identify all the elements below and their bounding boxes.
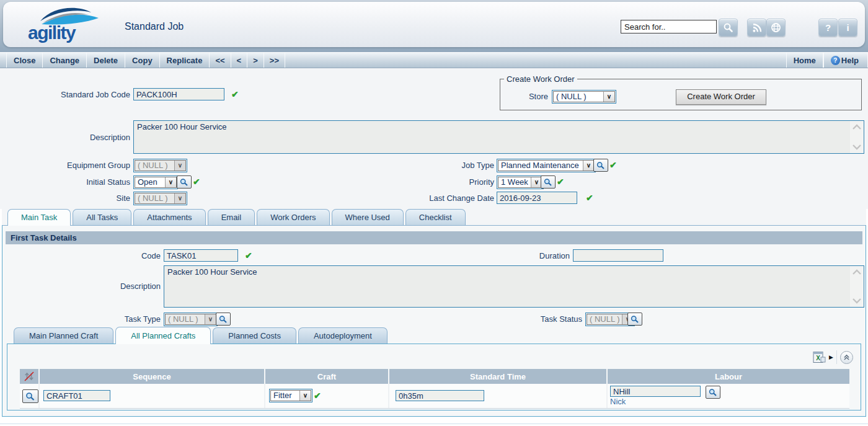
create-work-order-legend: Create Work Order [504,74,577,84]
task-type-lookup-button[interactable] [216,313,231,326]
column-header-standard-time[interactable]: Standard Time [389,369,608,384]
page-title: Standard Job [125,21,184,32]
task-description-textarea[interactable]: Packer 100 Hour Service [164,265,864,308]
delete-button[interactable]: Delete [87,53,125,68]
task-description-label: Description [2,280,161,293]
dropdown-chevron-icon: ∨ [174,193,185,203]
description-scrollbar[interactable] [850,121,864,153]
standard-job-code-input[interactable] [133,88,224,100]
dropdown-chevron-icon: ∨ [205,314,216,324]
check-icon: ✔ [231,89,239,100]
initial-status-lookup-button[interactable] [177,175,192,189]
sequence-input[interactable] [43,390,110,401]
previous-record-button[interactable]: < [231,53,248,68]
help-button[interactable]: ? [818,19,838,37]
column-header-craft[interactable]: Craft [265,369,389,384]
tab-main-task[interactable]: Main Task [7,209,71,226]
scroll-down-icon[interactable] [852,298,862,304]
tab-work-orders[interactable]: Work Orders [257,209,329,225]
info-button[interactable]: i [838,19,857,37]
tab-all-tasks[interactable]: All Tasks [73,209,131,225]
description-text: Packer 100 Hour Service [134,121,864,133]
table-row: Fitter ∨ ✔ [20,384,849,409]
close-button[interactable]: Close [6,53,43,68]
tab-checklist[interactable]: Checklist [405,209,466,225]
task-type-select-inner: ( NULL ) ∨ [165,314,216,325]
tab-attachments[interactable]: Attachments [133,209,205,225]
task-status-select-inner: ( NULL ) ∨ [587,314,634,325]
subtab-all-planned-crafts[interactable]: All Planned Crafts [115,327,211,344]
task-status-label: Task Status [424,313,582,326]
craft-cell: Fitter ∨ ✔ [265,384,389,408]
priority-lookup-button[interactable] [541,175,556,189]
info-icon: i [846,22,849,33]
task-code-input[interactable] [164,249,238,262]
column-header-labour[interactable]: Labour [608,369,849,384]
description-textarea[interactable]: Packer 100 Hour Service [133,120,864,154]
collapse-section-button[interactable] [840,351,853,364]
site-select[interactable]: ( NULL ) ∨ [133,192,187,205]
search-icon [723,22,733,33]
initial-status-select[interactable]: Open ∨ [133,175,178,189]
create-work-order-button[interactable]: Create Work Order [676,89,766,105]
craft-value: Fitter [271,391,299,401]
column-header-sequence[interactable]: Sequence [40,369,265,384]
subtab-planned-costs[interactable]: Planned Costs [213,327,296,344]
next-record-button[interactable]: > [247,53,264,68]
task-description-scrollbar[interactable] [850,266,864,307]
expand-tools-button[interactable]: ▶ [829,350,833,364]
check-icon: ✔ [586,192,593,203]
scroll-up-icon[interactable] [852,124,862,130]
subtab-main-planned-craft[interactable]: Main Planned Craft [14,327,113,344]
task-type-select[interactable]: ( NULL ) ∨ [164,313,218,326]
craft-select[interactable]: Fitter ∨ [269,389,312,402]
tab-where-used[interactable]: Where Used [332,209,404,225]
replicate-button[interactable]: Replicate [160,53,210,68]
excel-export-icon[interactable]: X [812,351,826,363]
scroll-down-icon[interactable] [852,144,862,150]
labour-cell: Nick [608,384,849,408]
priority-select[interactable]: 1 Week ∨ [497,175,544,189]
rss-button[interactable] [747,19,766,37]
standard-time-input[interactable] [396,390,484,401]
labour-lookup-button[interactable] [706,386,720,399]
subtab-autodeployment[interactable]: Autodeployment [298,327,388,344]
labour-input[interactable] [610,386,701,397]
header: agility Standard Job [0,0,868,52]
row-detail-button[interactable] [22,389,38,403]
search-input[interactable] [621,20,717,33]
dropdown-chevron-icon: ∨ [165,177,176,187]
job-type-lookup-button[interactable] [593,159,608,172]
agility-logo: agility [25,2,112,47]
task-type-label: Task Type [2,313,161,326]
globe-icon [771,22,781,33]
dropdown-chevron-icon: ∨ [299,391,311,401]
job-type-value: Planned Maintenance [498,161,583,171]
last-change-date-input[interactable] [497,192,577,204]
job-type-select[interactable]: Planned Maintenance ∨ [497,159,596,172]
initial-status-value: Open [135,177,165,187]
last-record-button[interactable]: >> [264,53,285,68]
help-circle-icon: ? [831,56,840,65]
task-status-lookup-button[interactable] [627,313,642,326]
change-button[interactable]: Change [43,53,87,68]
main-tabs: Main Task All Tasks Attachments Email Wo… [2,209,866,225]
store-value: ( NULL ) [554,92,603,102]
first-record-button[interactable]: << [210,53,231,68]
search-button[interactable] [719,19,738,37]
home-button[interactable]: Home [786,53,823,68]
tab-email[interactable]: Email [208,209,255,225]
copy-button[interactable]: Copy [125,53,160,68]
duration-input[interactable] [573,249,663,262]
web-button[interactable] [766,19,786,37]
task-status-value: ( NULL ) [587,314,622,324]
help-link[interactable]: ? Help [823,53,868,68]
store-select[interactable]: ( NULL ) ∨ [552,90,616,104]
sort-column-header[interactable] [20,369,40,384]
initial-status-select-inner: Open ∨ [135,177,177,188]
scroll-up-icon[interactable] [852,269,862,275]
description-label: Description [0,131,130,144]
job-form: Standard Job Code ✔ Create Work Order St… [0,68,868,209]
equipment-group-select[interactable]: ( NULL ) ∨ [133,159,187,172]
priority-label: Priority [347,176,494,189]
